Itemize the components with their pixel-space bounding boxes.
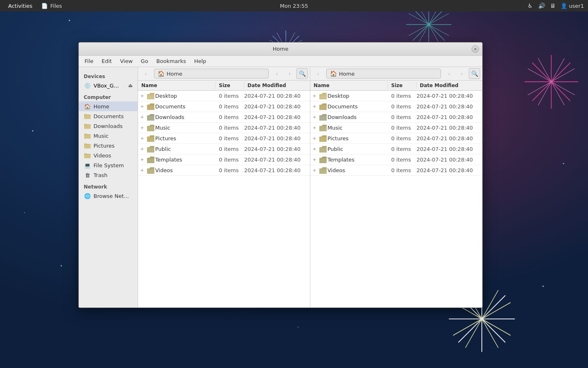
folder-icon	[318, 125, 327, 131]
table-row[interactable]: + Public 0 items 2024-07-21 00:28:40	[310, 144, 482, 155]
folder-icon	[146, 125, 155, 131]
sidebar-section-computer: Computer	[79, 92, 138, 101]
folder-icon	[318, 135, 327, 142]
table-row[interactable]: + Downloads 0 items 2024-07-21 00:28:40	[138, 112, 310, 123]
right-back-button[interactable]: ‹	[312, 68, 324, 79]
row-expand-icon[interactable]: +	[310, 136, 318, 141]
sidebar-item-trash-label: Trash	[94, 172, 107, 178]
file-size: 0 items	[388, 103, 416, 110]
folder-icon	[318, 157, 327, 163]
sidebar-device-vbox[interactable]: 💿 VBox_G... ⏏	[79, 81, 138, 90]
folder-icon	[318, 93, 327, 99]
table-row[interactable]: + Videos 0 items 2024-07-21 00:28:40	[138, 165, 310, 176]
row-expand-icon[interactable]: +	[310, 168, 318, 173]
row-expand-icon[interactable]: +	[138, 136, 146, 141]
sidebar-item-documents[interactable]: Documents	[79, 111, 138, 121]
sidebar-item-downloads[interactable]: Downloads	[79, 121, 138, 131]
row-expand-icon[interactable]: +	[310, 125, 318, 130]
row-expand-icon[interactable]: +	[138, 146, 146, 152]
row-expand-icon[interactable]: +	[138, 157, 146, 162]
table-row[interactable]: + Music 0 items 2024-07-21 00:28:40	[138, 123, 310, 133]
file-size: 0 items	[216, 93, 244, 99]
table-row[interactable]: + Templates 0 items 2024-07-21 00:28:40	[310, 155, 482, 165]
window-title: Home	[273, 46, 288, 52]
close-button[interactable]: ×	[472, 45, 479, 53]
table-row[interactable]: + Documents 0 items 2024-07-21 00:28:40	[138, 101, 310, 112]
right-nav-forward-btn[interactable]: ›	[456, 68, 468, 79]
left-col-name: Name	[138, 82, 216, 89]
user-label[interactable]: 👤 user1	[561, 3, 584, 9]
row-expand-icon[interactable]: +	[310, 114, 318, 120]
sidebar-item-music[interactable]: Music	[79, 131, 138, 141]
file-date: 2024-07-21 00:28:40	[416, 93, 482, 99]
sidebar-item-filesystem[interactable]: 💻 File System	[79, 160, 138, 170]
sidebar-item-browse-network[interactable]: 🌐 Browse Net...	[79, 191, 138, 201]
optical-drive-icon: 💿	[84, 82, 91, 89]
back-button[interactable]: ‹	[140, 68, 151, 79]
right-location-bar[interactable]: 🏠 Home	[326, 69, 441, 79]
trash-icon: 🗑	[84, 171, 91, 179]
file-size: 0 items	[216, 135, 244, 141]
display-icon[interactable]: 🖥	[549, 2, 557, 9]
row-expand-icon[interactable]: +	[310, 93, 318, 99]
left-nav-forward-btn[interactable]: ›	[284, 68, 295, 79]
table-row[interactable]: + Desktop 0 items 2024-07-21 00:28:40	[138, 91, 310, 101]
sidebar-device-vbox-left: 💿 VBox_G...	[84, 82, 119, 89]
volume-icon[interactable]: 🔊	[538, 2, 545, 9]
file-date: 2024-07-21 00:28:40	[416, 157, 482, 163]
folder-icon	[146, 135, 155, 142]
right-pane-toolbar: ‹ 🏠 Home ‹ › 🔍	[310, 67, 482, 81]
file-date: 2024-07-21 00:28:40	[416, 125, 482, 131]
menu-go[interactable]: Go	[137, 56, 152, 66]
folder-icon	[146, 167, 155, 174]
folder-icon	[146, 103, 155, 110]
right-search-button[interactable]: 🔍	[469, 68, 480, 79]
table-row[interactable]: + Music 0 items 2024-07-21 00:28:40	[310, 123, 482, 133]
row-expand-icon[interactable]: +	[138, 114, 146, 120]
table-row[interactable]: + Videos 0 items 2024-07-21 00:28:40	[310, 165, 482, 176]
row-expand-icon[interactable]: +	[310, 157, 318, 162]
sidebar-item-pictures[interactable]: Pictures	[79, 141, 138, 150]
row-expand-icon[interactable]: +	[138, 93, 146, 99]
menu-bookmarks[interactable]: Bookmarks	[152, 56, 190, 66]
table-row[interactable]: + Pictures 0 items 2024-07-21 00:28:40	[138, 133, 310, 144]
sidebar-item-home[interactable]: 🏠 Home	[79, 101, 138, 111]
menu-help[interactable]: Help	[190, 56, 210, 66]
file-name: Documents	[155, 103, 216, 110]
left-pane-toolbar: ‹ 🏠 Home ‹ › 🔍	[138, 67, 310, 81]
table-row[interactable]: + Desktop 0 items 2024-07-21 00:28:40	[310, 91, 482, 101]
row-expand-icon[interactable]: +	[310, 146, 318, 152]
table-row[interactable]: + Pictures 0 items 2024-07-21 00:28:40	[310, 133, 482, 144]
left-nav-back-btn[interactable]: ‹	[271, 68, 283, 79]
file-date: 2024-07-21 00:28:40	[416, 146, 482, 152]
eject-icon[interactable]: ⏏	[128, 83, 133, 88]
documents-folder-icon	[84, 112, 91, 120]
sidebar-item-trash[interactable]: 🗑 Trash	[79, 170, 138, 180]
table-row[interactable]: + Documents 0 items 2024-07-21 00:28:40	[310, 101, 482, 112]
svg-rect-78	[84, 124, 87, 125]
file-date: 2024-07-21 00:28:40	[244, 157, 310, 163]
menu-view[interactable]: View	[116, 56, 137, 66]
row-expand-icon[interactable]: +	[138, 168, 146, 173]
menu-edit[interactable]: Edit	[98, 56, 116, 66]
accessibility-icon[interactable]: ♿	[526, 2, 534, 9]
left-search-button[interactable]: 🔍	[296, 68, 308, 79]
file-size: 0 items	[388, 93, 416, 99]
sidebar-item-videos[interactable]: Videos	[79, 150, 138, 160]
table-row[interactable]: + Downloads 0 items 2024-07-21 00:28:40	[310, 112, 482, 123]
menu-file[interactable]: File	[80, 56, 98, 66]
titlebar-controls: ×	[472, 45, 479, 53]
table-row[interactable]: + Public 0 items 2024-07-21 00:28:40	[138, 144, 310, 155]
file-name: Desktop	[327, 93, 388, 99]
sidebar-item-home-label: Home	[94, 103, 109, 110]
user-name: user1	[569, 3, 584, 9]
row-expand-icon[interactable]: +	[138, 104, 146, 109]
activities-button[interactable]: Activities	[3, 3, 37, 9]
right-nav-back-btn[interactable]: ‹	[443, 68, 455, 79]
file-date: 2024-07-21 00:28:40	[416, 103, 482, 110]
row-expand-icon[interactable]: +	[310, 104, 318, 109]
row-expand-icon[interactable]: +	[138, 125, 146, 130]
left-location-text: Home	[167, 71, 182, 77]
left-location-bar[interactable]: 🏠 Home	[154, 69, 269, 79]
table-row[interactable]: + Templates 0 items 2024-07-21 00:28:40	[138, 155, 310, 165]
